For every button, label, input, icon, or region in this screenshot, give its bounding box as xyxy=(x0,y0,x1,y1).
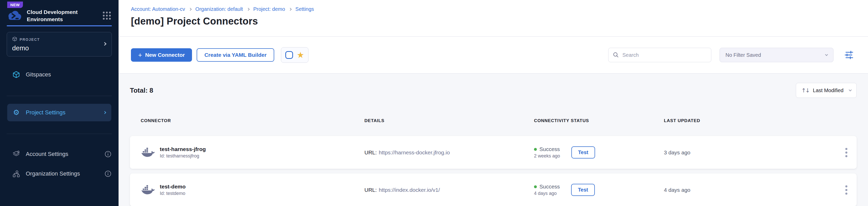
sidebar-item-gitspaces[interactable]: Gitspaces xyxy=(0,69,119,80)
toolbar: + New Connector Create via YAML Builder … xyxy=(119,37,868,74)
row-menu-button[interactable] xyxy=(843,183,849,197)
connector-row-test-harness-jfrog[interactable]: test-harness-jfrog Id: testharnessjfrog … xyxy=(130,136,857,169)
project-selector[interactable]: PROJECT demo xyxy=(7,32,112,56)
sidebar-item-label: Gitspaces xyxy=(26,71,51,78)
row-menu-button[interactable] xyxy=(843,146,849,159)
status-text: Success xyxy=(539,183,560,190)
main-panel: Account: Automation-cv Organization: def… xyxy=(119,0,868,206)
product-title: Cloud Development Environments xyxy=(27,8,79,23)
gitspaces-icon xyxy=(12,71,20,78)
status-dot xyxy=(534,185,537,188)
status-text: Success xyxy=(539,146,560,152)
sidebar: NEW Cloud Development Environments xyxy=(0,0,119,206)
app-switcher-icon[interactable] xyxy=(102,10,112,21)
last-updated: 4 days ago xyxy=(664,187,831,193)
table-header: CONNECTOR DETAILS CONNECTIVITY STATUS LA… xyxy=(130,117,857,125)
org-chart-gear-icon xyxy=(12,170,20,178)
sidebar-accent-line xyxy=(7,25,112,26)
connector-id: Id: testdemo xyxy=(160,191,186,196)
cde-logo-icon xyxy=(7,9,23,22)
favorites-filter-group[interactable]: ★ xyxy=(281,47,309,63)
column-header-last-updated: LAST UPDATED xyxy=(664,118,831,123)
test-connection-button[interactable]: Test xyxy=(571,184,595,196)
connector-url: https://index.docker.io/v1/ xyxy=(379,187,440,193)
breadcrumb-item-settings[interactable]: Settings xyxy=(296,6,314,12)
saved-filter-dropdown[interactable]: No Filter Saved xyxy=(719,48,834,62)
cube-icon xyxy=(12,36,17,42)
connector-id: Id: testharnessjfrog xyxy=(160,153,206,159)
breadcrumb-item-organization[interactable]: Organization: default xyxy=(195,6,243,12)
connector-url: https://harness-docker.jfrog.io xyxy=(379,150,450,155)
breadcrumb-item-account[interactable]: Account: Automation-cv xyxy=(131,6,185,12)
layers-gear-icon xyxy=(12,150,20,158)
sidebar-item-label: Organization Settings xyxy=(26,171,80,177)
docker-icon xyxy=(141,185,155,195)
connector-name: test-harness-jfrog xyxy=(160,146,206,152)
sort-label: Last Modified xyxy=(813,87,843,94)
chevron-down-icon xyxy=(849,88,851,91)
chevron-right-icon xyxy=(103,42,106,46)
breadcrumb: Account: Automation-cv Organization: def… xyxy=(131,6,856,12)
column-header-connectivity-status: CONNECTIVITY STATUS xyxy=(534,118,664,123)
new-connector-label: New Connector xyxy=(145,52,185,58)
sort-dropdown[interactable]: ↑↓ Last Modified xyxy=(796,83,857,98)
new-badge: NEW xyxy=(7,2,23,8)
chevron-right-icon xyxy=(189,8,191,10)
product-logo-block: NEW Cloud Development Environments xyxy=(0,0,119,26)
url-label: URL: xyxy=(364,187,377,193)
project-selector-label: PROJECT xyxy=(20,37,40,42)
breadcrumb-item-project[interactable]: Project: demo xyxy=(253,6,285,12)
column-header-connector: CONNECTOR xyxy=(141,118,364,123)
new-connector-button[interactable]: + New Connector xyxy=(131,48,192,62)
sidebar-divider xyxy=(7,134,112,134)
page-title: [demo] Project Connectors xyxy=(131,16,856,27)
filter-settings-icon[interactable] xyxy=(844,51,854,59)
search-icon xyxy=(613,52,619,58)
chevron-down-icon xyxy=(825,53,828,56)
url-label: URL: xyxy=(364,150,377,155)
plus-icon: + xyxy=(138,52,142,58)
sidebar-item-account-settings[interactable]: Account Settings xyxy=(0,149,119,160)
chevron-right-icon xyxy=(289,8,291,10)
sidebar-item-organization-settings[interactable]: Organization Settings xyxy=(0,168,119,179)
search-box[interactable] xyxy=(608,48,711,62)
create-yaml-builder-button[interactable]: Create via YAML Builder xyxy=(197,48,274,62)
info-icon xyxy=(105,151,111,157)
connector-name: test-demo xyxy=(160,183,186,190)
docker-icon xyxy=(141,147,155,158)
sidebar-item-label: Project Settings xyxy=(26,109,65,116)
column-header-details: DETAILS xyxy=(364,118,534,123)
star-icon: ★ xyxy=(297,51,304,59)
last-updated: 3 days ago xyxy=(664,150,831,156)
info-icon xyxy=(105,171,111,177)
search-input[interactable] xyxy=(622,52,707,58)
saved-filter-label: No Filter Saved xyxy=(725,52,761,58)
sidebar-item-label: Account Settings xyxy=(26,151,68,157)
total-count: Total: 8 xyxy=(130,86,153,95)
status-time: 2 weeks ago xyxy=(534,153,560,159)
sidebar-item-project-settings[interactable]: ⚙ Project Settings xyxy=(7,104,111,121)
chevron-right-icon xyxy=(103,111,106,114)
connector-row-test-demo[interactable]: test-demo Id: testdemo URL:https://index… xyxy=(130,174,857,206)
project-selector-value: demo xyxy=(12,44,99,52)
chevron-right-icon xyxy=(247,8,249,10)
status-dot xyxy=(534,148,537,151)
favorites-checkbox[interactable] xyxy=(285,51,293,59)
page-header: Account: Automation-cv Organization: def… xyxy=(119,0,868,37)
status-time: 4 days ago xyxy=(534,191,560,196)
sort-icon: ↑↓ xyxy=(801,87,809,94)
connector-list-section: Total: 8 ↑↓ Last Modified CONNECTOR DETA… xyxy=(119,74,868,206)
test-connection-button[interactable]: Test xyxy=(571,146,595,158)
